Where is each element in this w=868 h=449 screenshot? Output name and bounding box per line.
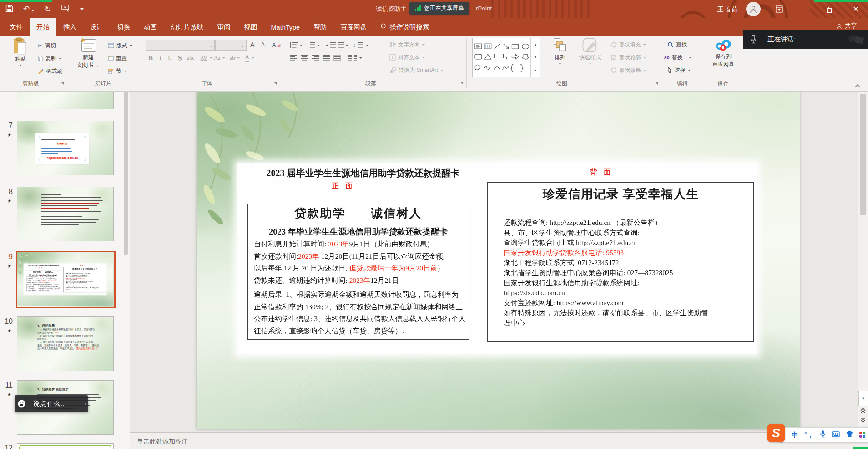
avatar[interactable] xyxy=(746,2,761,16)
clipboard-dialog-launcher[interactable] xyxy=(59,80,65,86)
ime-punctuation-toggle[interactable]: °， xyxy=(804,431,814,438)
select-button[interactable]: 选择 xyxy=(667,66,691,75)
text-shadow-button[interactable]: S xyxy=(178,53,182,62)
undo-button[interactable]: ↶ xyxy=(23,5,35,13)
text-highlight-button[interactable]: ab̷ xyxy=(230,53,240,62)
change-case-button[interactable]: Aa xyxy=(214,53,225,62)
editor-vertical-scrollbar[interactable]: ▼ xyxy=(858,91,868,430)
shapes-gallery-scroll[interactable]: ▴▾▾̱ xyxy=(530,38,540,77)
bold-button[interactable]: B xyxy=(148,53,153,62)
chat-input[interactable]: 说点什么... xyxy=(29,395,82,412)
minimize-button[interactable]: ─ xyxy=(792,0,813,18)
convert-smartart-button[interactable]: 转换为 SmartArt xyxy=(389,66,443,75)
next-slide-button[interactable] xyxy=(859,416,867,423)
slide-thumbnail-7[interactable]: 95593https://sls.cdb.com.cn xyxy=(17,121,114,175)
ime-keyboard-button[interactable] xyxy=(832,431,840,439)
strikethrough-button[interactable]: abc xyxy=(187,53,195,62)
shapes-gallery[interactable]: ▴▾▾̱ xyxy=(472,38,540,77)
tab-切换[interactable]: 切换 xyxy=(110,18,137,36)
underline-button[interactable]: U xyxy=(168,53,173,62)
chat-overlay-widget[interactable]: 说点什么... ‹ xyxy=(15,395,88,412)
justify-button[interactable] xyxy=(323,53,330,62)
quick-styles-button[interactable]: 快速样式 xyxy=(574,37,606,78)
align-center-button[interactable] xyxy=(301,53,308,62)
slide-editor-area[interactable]: 2023 届毕业学生生源地信用助学贷款还款提醒卡 正 面 背 面 贷款助学 诚信… xyxy=(130,91,868,432)
font-color-button[interactable]: A xyxy=(245,53,254,62)
slide-thumbnail-12[interactable] xyxy=(17,443,114,449)
clear-formatting-button[interactable]: A◢ xyxy=(272,40,280,49)
screen-share-notification[interactable]: 您正在共享屏幕 xyxy=(409,2,469,15)
tab-插入[interactable]: 插入 xyxy=(56,18,83,36)
layout-button[interactable]: 版式 xyxy=(108,41,132,50)
start-slideshow-button[interactable] xyxy=(61,5,70,14)
tab-百度网盘[interactable]: 百度网盘 xyxy=(333,18,373,36)
tab-开始[interactable]: 开始 xyxy=(30,18,56,36)
shape-outline-button[interactable]: 形状轮廓 xyxy=(611,53,646,62)
collapse-chat-icon[interactable]: ‹ xyxy=(82,395,88,412)
font-name-combo[interactable]: ⌄ xyxy=(146,40,215,51)
tab-tell-me[interactable]: 操作说明搜索 xyxy=(373,18,436,36)
tab-幻灯片放映[interactable]: 幻灯片放映 xyxy=(164,18,211,36)
tab-MathType[interactable]: MathType xyxy=(264,18,307,36)
scroll-down-button[interactable]: ▼ xyxy=(858,391,868,406)
slide-thumbnail-10[interactable]: 4、违约后果 (1) 根据实际逾期金额和逾期天数计收罚息，罚息利率为正常借款利率… xyxy=(17,316,114,371)
sogou-logo[interactable]: S xyxy=(767,424,785,442)
italic-button[interactable]: I xyxy=(159,53,161,62)
align-text-button[interactable]: 对齐文本 xyxy=(389,53,425,62)
slide-thumbnail-8[interactable] xyxy=(17,187,114,241)
tab-文件[interactable]: 文件 xyxy=(3,18,30,36)
increase-font-size-button[interactable]: Aˆ xyxy=(250,40,258,49)
paragraph-dialog-launcher[interactable] xyxy=(459,80,464,86)
numbering-button[interactable] xyxy=(308,41,320,50)
increase-indent-button[interactable]: ▸ xyxy=(338,41,348,50)
text-direction-button[interactable]: A文字方向 xyxy=(389,40,425,49)
restore-button[interactable] xyxy=(819,0,840,18)
find-button[interactable]: 查找 xyxy=(667,40,687,49)
tab-视图[interactable]: 视图 xyxy=(237,18,264,36)
columns-button[interactable] xyxy=(348,53,362,62)
font-size-combo[interactable]: ⌄ xyxy=(215,40,247,51)
decrease-font-size-button[interactable]: Aˇ xyxy=(261,40,268,49)
back-card[interactable]: 珍爱信用记录 享受幸福人生 还款流程查询: http://zzpt.e21.ed… xyxy=(487,182,754,342)
line-spacing-button[interactable]: ↕ xyxy=(353,41,368,50)
align-left-button[interactable] xyxy=(290,53,297,62)
cut-button[interactable]: ✂剪切 xyxy=(38,41,56,50)
previous-slide-button[interactable] xyxy=(859,407,867,414)
section-button[interactable]: 节 xyxy=(108,66,126,76)
format-painter-button[interactable]: 格式刷 xyxy=(38,66,62,76)
copy-button[interactable]: 复制 xyxy=(38,54,61,63)
decrease-indent-button[interactable]: ◂ xyxy=(326,41,336,50)
bullets-button[interactable] xyxy=(290,41,303,50)
front-card[interactable]: 贷款助学 诚信树人 2023 年毕业学生生源地信用助学贷款还款提醒卡 自付利息开… xyxy=(247,204,469,340)
scrollbar-thumb[interactable] xyxy=(860,94,866,215)
slide-thumbnail-6[interactable] xyxy=(17,91,114,109)
tab-审阅[interactable]: 审阅 xyxy=(211,18,237,36)
reset-button[interactable]: 重置 xyxy=(108,54,127,63)
save-button[interactable] xyxy=(5,5,13,14)
ime-skin-button[interactable] xyxy=(846,431,853,439)
tab-设计[interactable]: 设计 xyxy=(83,18,110,36)
font-dialog-launcher[interactable] xyxy=(272,80,278,86)
close-button[interactable]: ✕ xyxy=(845,0,866,18)
tab-帮助[interactable]: 帮助 xyxy=(307,18,333,36)
customize-qat-button[interactable] xyxy=(80,8,84,10)
replace-button[interactable]: ab替换 xyxy=(664,53,691,62)
thumbnail-panel-scrollbar[interactable] xyxy=(124,91,128,255)
slide-thumbnail-9[interactable]: 2023 届毕业学生生源地信用助学贷款还款提醒卡 正 面 背 面 贷款助学 诚信… xyxy=(16,251,116,308)
character-spacing-button[interactable]: A̲V̲ xyxy=(200,53,212,62)
collapse-ribbon-button[interactable] xyxy=(854,82,861,86)
ribbon-display-options-button[interactable] xyxy=(769,0,790,18)
tab-动画[interactable]: 动画 xyxy=(137,18,164,36)
notes-pane[interactable]: 单击此处添加备注 xyxy=(130,432,868,449)
paste-button[interactable]: 粘贴 xyxy=(6,37,35,78)
align-right-button[interactable] xyxy=(312,53,319,62)
ime-toolbox-button[interactable] xyxy=(859,432,866,438)
share-button[interactable]: 共享 xyxy=(836,22,857,30)
redo-button[interactable]: ↻ xyxy=(45,5,51,13)
slide-canvas[interactable]: 2023 届毕业学生生源地信用助学贷款还款提醒卡 正 面 背 面 贷款助学 诚信… xyxy=(197,90,800,429)
ime-language-toggle[interactable]: 中 xyxy=(792,431,798,438)
new-slide-button[interactable]: 新建幻灯片 xyxy=(72,37,105,78)
slide-canvas[interactable]: 2023 届毕业学生生源地信用助学贷款还款提醒卡 正 面 背 面 贷款助学 诚信… xyxy=(17,252,113,306)
save-to-baidu-button[interactable]: 保存到百度网盘 xyxy=(707,37,740,78)
emoji-button[interactable] xyxy=(15,395,29,412)
